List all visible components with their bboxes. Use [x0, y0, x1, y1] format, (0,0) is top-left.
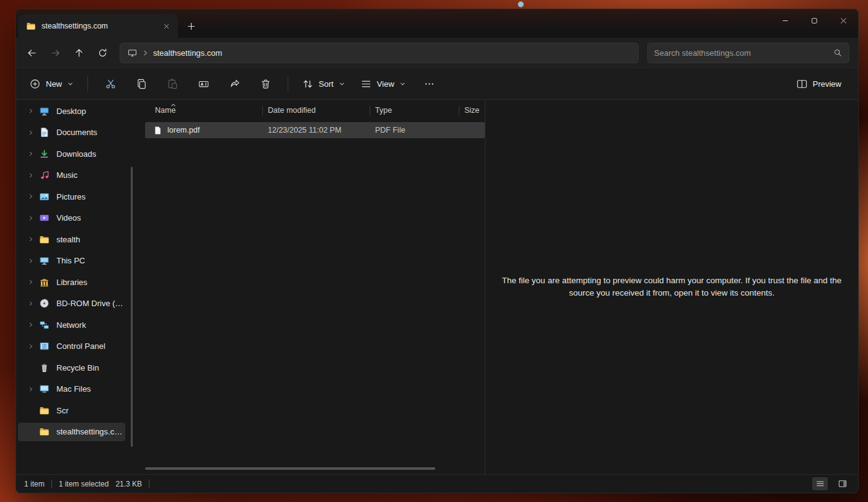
selection-count: 1 item selected [59, 480, 109, 488]
tab-bar: stealthsettings.com [16, 9, 858, 38]
file-type: PDF File [370, 126, 459, 134]
forward-icon [50, 48, 61, 58]
sidebar-item-videos[interactable]: Videos [18, 209, 125, 227]
sidebar-item-stealth[interactable]: stealth [18, 230, 125, 249]
new-tab-button[interactable] [180, 17, 202, 35]
sort-icon [302, 78, 314, 90]
chevron-right-icon[interactable] [27, 214, 35, 222]
filelist-header: Name Date modified Type Size [144, 100, 485, 118]
chevron-slot [24, 150, 38, 157]
sidebar-item-label: Libraries [56, 278, 87, 287]
chevron-right-icon[interactable] [27, 321, 35, 328]
sidebar-tree: Desktop Documents Downloads Music Pictur… [16, 102, 144, 441]
sidebar-item-label: Recycle Bin [56, 363, 99, 372]
chevron-right-icon[interactable] [27, 107, 35, 115]
chevron-right-icon[interactable] [27, 129, 35, 136]
column-header-type[interactable]: Type [370, 101, 459, 118]
sidebar-item-music[interactable]: Music [18, 166, 125, 185]
tab-title: stealthsettings.com [42, 22, 153, 30]
sidebar-scrollbar[interactable] [131, 167, 133, 447]
file-list: Name Date modified Type Size lorem.pdf 1… [144, 100, 485, 474]
chevron-right-icon[interactable] [27, 278, 35, 286]
sidebar-item-this-pc[interactable]: This PC [18, 252, 125, 270]
sort-button[interactable]: Sort [295, 73, 352, 95]
new-button[interactable]: New [22, 73, 81, 95]
paste-button[interactable] [160, 73, 185, 95]
sidebar-item-mac-files[interactable]: Mac Files [18, 380, 125, 399]
chevron-slot [24, 236, 38, 243]
tab-close-button[interactable] [159, 19, 174, 33]
maximize-button[interactable] [800, 9, 829, 32]
cut-button[interactable] [98, 73, 123, 95]
details-view-button[interactable] [812, 477, 828, 490]
sidebar-item-control-panel[interactable]: Control Panel [18, 337, 125, 356]
chevron-right-icon[interactable] [27, 257, 35, 265]
file-explorer-window: stealthsettings.com stealthsettings.com … [16, 9, 859, 493]
chevron-right-icon[interactable] [27, 150, 35, 157]
sidebar-item-label: stealth [56, 235, 80, 244]
sidebar-item-label: Scr [56, 406, 69, 415]
sidebar: Desktop Documents Downloads Music Pictur… [16, 100, 144, 474]
sidebar-item-pictures[interactable]: Pictures [18, 187, 125, 206]
chevron-slot [24, 129, 38, 136]
view-button[interactable]: View [353, 73, 413, 95]
preview-pane-icon [796, 78, 808, 90]
maximize-icon [811, 17, 818, 24]
sidebar-item-bd-rom-drive-e[interactable]: BD-ROM Drive (E:) [18, 294, 125, 313]
preview-button[interactable]: Preview [789, 73, 848, 95]
column-header-name[interactable]: Name [144, 101, 263, 118]
minimize-button[interactable] [771, 9, 800, 32]
chevron-slot [24, 343, 38, 350]
videos-icon [39, 213, 50, 223]
address-path[interactable]: stealthsettings.com [153, 48, 222, 58]
sidebar-item-label: This PC [56, 256, 85, 265]
up-button[interactable] [68, 42, 90, 63]
explorer-tab[interactable]: stealthsettings.com [18, 14, 178, 38]
sort-button-label: Sort [319, 79, 334, 89]
sidebar-item-scr[interactable]: Scr [18, 401, 125, 420]
back-button[interactable] [21, 42, 43, 63]
forward-button[interactable] [45, 42, 66, 63]
share-button[interactable] [222, 73, 247, 95]
search-box [647, 43, 849, 63]
chevron-right-icon[interactable] [27, 193, 35, 200]
close-window-button[interactable] [829, 9, 858, 32]
folder-icon [39, 426, 50, 437]
search-icon[interactable] [833, 48, 843, 58]
monitor-icon [127, 48, 138, 58]
sidebar-item-desktop[interactable]: Desktop [18, 102, 125, 120]
search-input[interactable] [654, 48, 828, 58]
preview-button-label: Preview [813, 79, 841, 89]
titlebar-drag-area[interactable] [202, 9, 771, 38]
chevron-right-icon[interactable] [27, 236, 35, 243]
column-header-date-modified[interactable]: Date modified [263, 101, 370, 118]
file-row-lorem-pdf[interactable]: lorem.pdf 12/23/2025 11:02 PM PDF File [145, 122, 485, 138]
file-name: lorem.pdf [167, 126, 200, 134]
horizontal-scrollbar[interactable] [145, 467, 435, 470]
sidebar-item-documents[interactable]: Documents [18, 123, 125, 142]
column-header-size[interactable]: Size [459, 101, 485, 118]
nav-buttons [21, 42, 113, 63]
sidebar-item-label: Music [56, 170, 78, 180]
refresh-button[interactable] [92, 42, 113, 63]
chevron-right-icon[interactable] [27, 343, 35, 350]
copy-button[interactable] [129, 73, 154, 95]
column-label: Type [375, 106, 392, 115]
more-options-button[interactable] [417, 73, 442, 95]
chevron-right-icon[interactable] [27, 300, 35, 307]
chevron-slot [24, 172, 38, 179]
delete-button[interactable] [253, 73, 278, 95]
large-thumbnails-view-button[interactable] [835, 477, 850, 490]
rename-button[interactable] [191, 73, 216, 95]
sidebar-item-stealthsettings-com[interactable]: stealthsettings.com [18, 423, 125, 441]
sidebar-item-recycle-bin[interactable]: Recycle Bin [18, 358, 125, 377]
sidebar-item-network[interactable]: Network [18, 315, 125, 334]
chevron-slot [24, 107, 38, 115]
sidebar-item-downloads[interactable]: Downloads [18, 144, 125, 163]
chevron-right-icon[interactable] [27, 385, 35, 393]
sidebar-item-libraries[interactable]: Libraries [18, 273, 125, 291]
address-bar[interactable]: stealthsettings.com [120, 43, 639, 63]
chevron-right-icon[interactable] [27, 172, 35, 179]
folder-icon [26, 21, 36, 31]
breadcrumb-chevron-icon[interactable] [142, 50, 149, 56]
